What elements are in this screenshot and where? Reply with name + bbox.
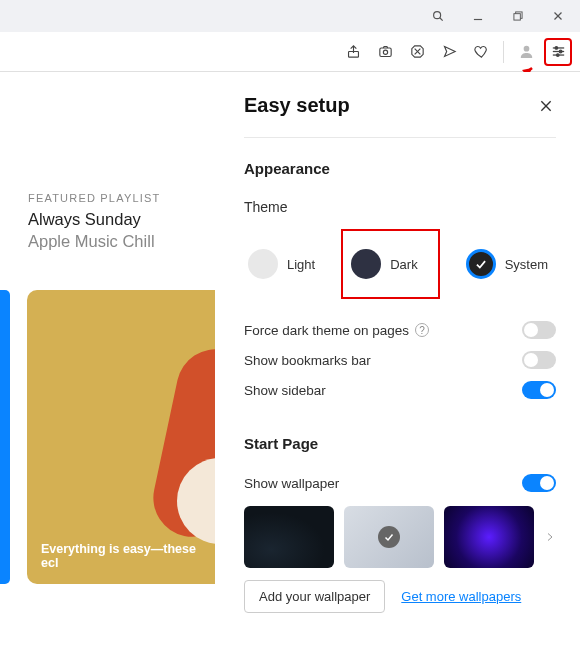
wallpaper-picker: [244, 506, 556, 568]
wallpaper-option-2[interactable]: [344, 506, 434, 568]
svg-marker-13: [444, 47, 455, 57]
theme-light-label: Light: [287, 257, 315, 272]
dark-swatch-icon: [351, 249, 381, 279]
page-content: FEATURED PLAYLIST Always Sunday Apple Mu…: [0, 72, 580, 645]
panel-title: Easy setup: [244, 94, 350, 117]
featured-playlist-block: FEATURED PLAYLIST Always Sunday Apple Mu…: [0, 192, 215, 253]
theme-option-light[interactable]: Light: [244, 241, 319, 287]
force-dark-row: Force dark theme on pages ?: [244, 321, 556, 339]
divider: [244, 137, 556, 138]
system-swatch-icon: [466, 249, 496, 279]
theme-selector: Light Dark System: [244, 229, 556, 299]
send-icon[interactable]: [435, 38, 463, 66]
more-wallpapers-link[interactable]: Get more wallpapers: [401, 589, 521, 604]
svg-point-0: [434, 12, 441, 19]
theme-label: Theme: [244, 199, 556, 215]
wallpaper-option-1[interactable]: [244, 506, 334, 568]
share-icon[interactable]: [339, 38, 367, 66]
snapshot-icon[interactable]: [371, 38, 399, 66]
browser-toolbar: [0, 32, 580, 72]
sidebar-toggle[interactable]: [522, 381, 556, 399]
heart-icon[interactable]: [467, 38, 495, 66]
maximize-icon[interactable]: [500, 2, 536, 30]
svg-rect-4: [514, 14, 520, 20]
checkmark-icon: [378, 526, 400, 548]
start-page-heading: Start Page: [244, 435, 556, 452]
theme-option-dark[interactable]: Dark: [341, 229, 439, 299]
force-dark-label: Force dark theme on pages: [244, 323, 409, 338]
featured-title: Always Sunday: [28, 208, 215, 230]
scroll-indicator: [0, 290, 10, 584]
svg-rect-8: [379, 48, 390, 57]
wallpaper-row: Show wallpaper: [244, 474, 556, 492]
wallpaper-option-3[interactable]: [444, 506, 534, 568]
panel-close-button[interactable]: [536, 96, 556, 116]
theme-system-label: System: [505, 257, 548, 272]
svg-point-9: [383, 50, 387, 54]
easy-setup-panel: Easy setup Appearance Theme Light Dark S…: [220, 72, 580, 645]
svg-point-18: [559, 50, 562, 53]
minimize-icon[interactable]: [460, 2, 496, 30]
window-titlebar: [0, 0, 580, 32]
toolbar-separator: [503, 41, 504, 63]
appearance-heading: Appearance: [244, 160, 556, 177]
theme-option-system[interactable]: System: [462, 241, 552, 287]
svg-point-16: [555, 47, 558, 50]
featured-subtitle: Apple Music Chill: [28, 230, 215, 252]
theme-dark-label: Dark: [390, 257, 417, 272]
svg-line-1: [440, 18, 443, 21]
show-wallpaper-label: Show wallpaper: [244, 476, 339, 491]
close-icon[interactable]: [540, 2, 576, 30]
search-icon[interactable]: [420, 2, 456, 30]
help-icon[interactable]: ?: [415, 323, 429, 337]
light-swatch-icon: [248, 249, 278, 279]
svg-point-20: [556, 54, 559, 57]
artwork-caption: Everything is easy—these ecl: [41, 542, 215, 570]
sidebar-label: Show sidebar: [244, 383, 326, 398]
show-wallpaper-toggle[interactable]: [522, 474, 556, 492]
easy-setup-icon[interactable]: [544, 38, 572, 66]
bookmarks-toggle[interactable]: [522, 351, 556, 369]
add-wallpaper-button[interactable]: Add your wallpaper: [244, 580, 385, 613]
featured-artwork[interactable]: Everything is easy—these ecl: [27, 290, 215, 584]
bookmarks-label: Show bookmarks bar: [244, 353, 371, 368]
profile-icon[interactable]: [512, 38, 540, 66]
adblock-icon[interactable]: [403, 38, 431, 66]
sidebar-row: Show sidebar: [244, 381, 556, 399]
featured-label: FEATURED PLAYLIST: [28, 192, 215, 204]
wallpaper-next-icon[interactable]: [544, 531, 556, 543]
force-dark-toggle[interactable]: [522, 321, 556, 339]
svg-point-14: [523, 46, 529, 52]
bookmarks-row: Show bookmarks bar: [244, 351, 556, 369]
